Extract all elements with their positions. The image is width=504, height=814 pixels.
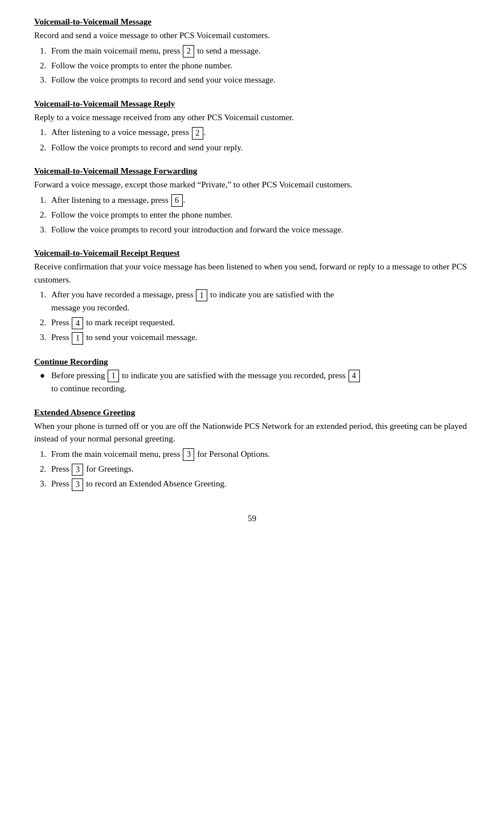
key-2: 2 [192,127,203,140]
section-title-v2v-reply: Voicemail-to-Voicemail Message Reply [34,99,470,109]
list-item: 2. Press 4 to mark receipt requested. [34,316,470,329]
list-number: 2. [34,59,51,72]
list-number: 2. [34,141,51,154]
list-content: Follow the voice prompts to record your … [51,223,470,236]
section-title-continue-recording: Continue Recording [34,357,470,367]
bullet-symbol: ● [34,369,51,395]
section-v2v-reply: Voicemail-to-Voicemail Message Reply Rep… [34,99,470,154]
list-content: Follow the voice prompts to enter the ph… [51,208,470,222]
list-content: Press 4 to mark receipt requested. [51,316,470,329]
list-item: 2. Follow the voice prompts to record an… [34,141,470,154]
list-content: Press 3 to record an Extended Absence Gr… [51,477,470,490]
section-intro-v2v-reply: Reply to a voice message received from a… [34,111,470,124]
list-content: Follow the voice prompts to record and s… [51,73,470,87]
list-content: From the main voicemail menu, press 3 fo… [51,448,470,461]
key-6: 6 [171,194,183,207]
section-title-v2v-receipt: Voicemail-to-Voicemail Receipt Request [34,248,470,258]
list-item: 1. After listening to a message, press 6… [34,194,470,207]
list-item: 3. Follow the voice prompts to record an… [34,73,470,87]
list-number: 1. [34,288,51,314]
list-item: 2. Press 3 for Greetings. [34,463,470,476]
list-item: 3. Press 1 to send your voicemail messag… [34,331,470,344]
key-4: 4 [349,370,360,382]
section-continue-recording: Continue Recording ● Before pressing 1 t… [34,357,470,395]
list-number: 2. [34,463,51,476]
list-item: 3. Follow the voice prompts to record yo… [34,223,470,236]
list-content: Follow the voice prompts to enter the ph… [51,59,470,72]
section-title-extended-absence: Extended Absence Greeting [34,408,470,418]
list-item: 3. Press 3 to record an Extended Absence… [34,477,470,490]
list-content: Follow the voice prompts to record and s… [51,141,470,154]
section-extended-absence: Extended Absence Greeting When your phon… [34,408,470,491]
section-intro-v2v-message: Record and send a voice message to other… [34,29,470,42]
list-item: 1. From the main voicemail menu, press 2… [34,44,470,58]
key-2: 2 [183,45,194,58]
list-item: 1. From the main voicemail menu, press 3… [34,448,470,461]
section-title-v2v-forward: Voicemail-to-Voicemail Message Forwardin… [34,166,470,176]
section-intro-v2v-receipt: Receive confirmation that your voice mes… [34,260,470,286]
key-3: 3 [72,478,83,491]
list-content: Press 3 for Greetings. [51,463,470,476]
list-number: 2. [34,208,51,222]
list-item: 2. Follow the voice prompts to enter the… [34,208,470,222]
list-content: After listening to a message, press 6. [51,194,470,207]
list-number: 3. [34,223,51,236]
list-item: 2. Follow the voice prompts to enter the… [34,59,470,72]
key-1: 1 [72,332,83,345]
section-v2v-forward: Voicemail-to-Voicemail Message Forwardin… [34,166,470,236]
key-3: 3 [183,448,194,461]
list-number: 2. [34,316,51,329]
bullet-item: ● Before pressing 1 to indicate you are … [34,369,470,395]
list-number: 1. [34,194,51,207]
section-intro-extended-absence: When your phone is turned off or you are… [34,420,470,445]
list-content: After you have recorded a message, press… [51,288,470,314]
list-content: After listening to a voice message, pres… [51,126,470,139]
section-title-v2v-message: Voicemail-to-Voicemail Message [34,17,470,27]
section-v2v-message: Voicemail-to-Voicemail Message Record an… [34,17,470,87]
list-item: 1. After listening to a voice message, p… [34,126,470,139]
list-number: 3. [34,73,51,87]
list-number: 3. [34,477,51,490]
list-content: Press 1 to send your voicemail message. [51,331,470,344]
section-intro-v2v-forward: Forward a voice message, except those ma… [34,178,470,191]
list-number: 1. [34,448,51,461]
key-3: 3 [72,464,83,476]
list-content: From the main voicemail menu, press 2 to… [51,44,470,58]
key-1: 1 [196,289,207,302]
list-number: 1. [34,126,51,139]
list-item: 1. After you have recorded a message, pr… [34,288,470,314]
list-number: 3. [34,331,51,344]
list-number: 1. [34,44,51,58]
page-number: 59 [34,514,470,523]
bullet-content: Before pressing 1 to indicate you are sa… [51,369,470,395]
section-v2v-receipt: Voicemail-to-Voicemail Receipt Request R… [34,248,470,345]
key-1: 1 [108,370,119,382]
key-4: 4 [72,317,83,330]
